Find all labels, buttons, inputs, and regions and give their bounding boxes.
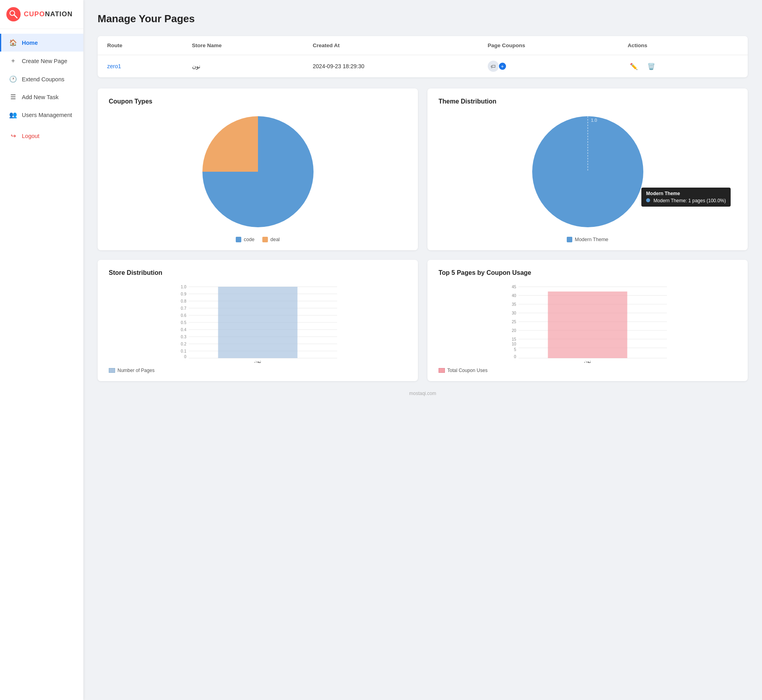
page-coupons-cell: 🏷 +	[478, 55, 618, 78]
sidebar-item-create-new-page-label: Create New Page	[22, 58, 67, 64]
coupon-types-title: Coupon Types	[109, 98, 407, 105]
coupon-types-chart: Coupon Types code	[98, 88, 418, 250]
svg-text:0.9: 0.9	[181, 292, 187, 296]
svg-text:0: 0	[514, 355, 516, 359]
svg-text:0.8: 0.8	[181, 299, 187, 303]
sidebar-item-home-label: Home	[22, 40, 38, 46]
delete-button[interactable]: 🗑️	[645, 61, 658, 72]
svg-line-1	[14, 15, 17, 18]
svg-text:0.5: 0.5	[181, 320, 187, 325]
sidebar-item-extend-coupons[interactable]: 🕐 Extend Coupons	[0, 70, 83, 88]
main-content: Manage Your Pages Route Store Name Creat…	[83, 0, 762, 700]
theme-tooltip-value: Modern Theme: 1 pages (100.0%)	[653, 198, 726, 203]
svg-text:30: 30	[512, 311, 516, 315]
legend-code: code	[236, 237, 254, 242]
home-icon: 🏠	[9, 39, 17, 46]
sidebar-item-users-management[interactable]: 👥 Users Management	[0, 106, 83, 124]
store-legend: Number of Pages	[109, 368, 407, 373]
svg-text:نون: نون	[584, 359, 591, 363]
sidebar-item-logout[interactable]: ↪ Logout	[0, 127, 83, 145]
legend-deal-dot	[262, 237, 268, 242]
sidebar-nav: 🏠 Home ＋ Create New Page 🕐 Extend Coupon…	[0, 29, 83, 700]
store-distribution-chart: Store Distribution 1.0 0.9 0.8 0.7 0.6 0…	[98, 260, 418, 381]
svg-text:0.4: 0.4	[181, 328, 187, 332]
edit-button[interactable]: ✏️	[627, 61, 640, 72]
page-title: Manage Your Pages	[98, 13, 748, 25]
svg-rect-49	[548, 292, 627, 358]
store-legend-label: Number of Pages	[117, 368, 154, 373]
svg-text:35: 35	[512, 302, 516, 307]
svg-text:0.7: 0.7	[181, 306, 187, 311]
coupon-types-pie-svg	[198, 112, 318, 231]
top-pages-legend-dot	[439, 368, 445, 373]
theme-pie-wrap: 1.0 Modern Theme Modern Theme: 1 pages (…	[439, 112, 737, 242]
svg-text:0: 0	[184, 355, 187, 359]
store-legend-dot	[109, 368, 115, 373]
theme-legend: Modern Theme	[567, 237, 608, 242]
charts-row-2: Store Distribution 1.0 0.9 0.8 0.7 0.6 0…	[98, 260, 748, 381]
coupon-add-icon[interactable]: +	[498, 62, 507, 71]
store-distribution-svg: 1.0 0.9 0.8 0.7 0.6 0.5 0.4 0.3 0.2 0.1 …	[109, 284, 407, 363]
logout-icon: ↪	[9, 132, 17, 140]
created-at-cell: 2024-09-23 18:29:30	[303, 55, 478, 78]
svg-text:25: 25	[512, 320, 516, 324]
sidebar-item-create-new-page[interactable]: ＋ Create New Page	[0, 52, 83, 70]
route-link[interactable]: zero1	[107, 63, 121, 69]
svg-text:5: 5	[514, 347, 516, 352]
coupon-types-legend: code deal	[236, 237, 280, 242]
svg-point-2	[12, 12, 13, 14]
pages-table: Route Store Name Created At Page Coupons…	[98, 36, 748, 77]
actions-cell: ✏️ 🗑️	[618, 55, 748, 78]
svg-text:0.1: 0.1	[181, 349, 187, 353]
top-pages-svg: 45 40 35 30 25 20 15 10 5 0	[439, 284, 737, 363]
logo: CUPONATION	[0, 0, 83, 29]
col-actions: Actions	[618, 36, 748, 55]
col-page-coupons: Page Coupons	[478, 36, 618, 55]
top-pages-legend: Total Coupon Uses	[439, 368, 737, 373]
table-row: zero1 نون 2024-09-23 18:29:30 🏷 + ✏️ 🗑️	[98, 55, 748, 78]
watermark: mostaqi.com	[98, 391, 748, 396]
sidebar-item-home[interactable]: 🏠 Home	[0, 34, 83, 52]
theme-distribution-title: Theme Distribution	[439, 98, 737, 105]
legend-code-label: code	[244, 237, 254, 242]
legend-code-dot	[236, 237, 241, 242]
col-route: Route	[98, 36, 183, 55]
table-wrapper: Route Store Name Created At Page Coupons…	[98, 36, 748, 77]
svg-text:45: 45	[512, 285, 516, 289]
list-icon: ☰	[9, 93, 17, 101]
sidebar-item-add-new-task-label: Add New Task	[22, 94, 58, 100]
svg-text:0.3: 0.3	[181, 335, 187, 339]
legend-modern-theme: Modern Theme	[567, 237, 608, 242]
legend-modern-theme-dot	[567, 237, 572, 242]
theme-tooltip-text: Modern Theme: 1 pages (100.0%)	[646, 198, 726, 203]
theme-distribution-chart: Theme Distribution 1.0 Modern Theme Mode…	[427, 88, 748, 250]
svg-text:15: 15	[512, 337, 516, 341]
top-pages-chart: Top 5 Pages by Coupon Usage 45 40 35 30 …	[427, 260, 748, 381]
users-icon: 👥	[9, 111, 17, 119]
coupon-tag-icon: 🏷	[488, 61, 499, 72]
legend-modern-theme-label: Modern Theme	[575, 237, 608, 242]
sidebar-item-add-new-task[interactable]: ☰ Add New Task	[0, 88, 83, 106]
theme-tooltip: Modern Theme Modern Theme: 1 pages (100.…	[641, 188, 731, 207]
svg-text:10: 10	[512, 342, 516, 346]
svg-text:نون: نون	[254, 359, 261, 363]
store-name-cell: نون	[183, 55, 304, 78]
pages-table-card: Route Store Name Created At Page Coupons…	[98, 36, 748, 77]
top-pages-legend-label: Total Coupon Uses	[447, 368, 487, 373]
legend-deal-label: deal	[270, 237, 280, 242]
svg-text:1.0: 1.0	[591, 118, 597, 123]
sidebar-item-logout-label: Logout	[22, 133, 39, 139]
svg-rect-28	[218, 287, 298, 358]
theme-tooltip-title: Modern Theme	[646, 191, 726, 196]
svg-text:40: 40	[512, 293, 516, 298]
sidebar-item-users-management-label: Users Management	[22, 112, 72, 118]
theme-pie-svg: 1.0	[528, 112, 647, 231]
plus-icon: ＋	[9, 57, 17, 65]
store-distribution-title: Store Distribution	[109, 269, 407, 276]
sidebar-item-extend-coupons-label: Extend Coupons	[22, 76, 64, 82]
svg-text:0.2: 0.2	[181, 342, 187, 346]
svg-text:0.6: 0.6	[181, 313, 187, 318]
logo-icon	[6, 7, 21, 21]
logo-text: CUPONATION	[24, 10, 73, 18]
sidebar: CUPONATION 🏠 Home ＋ Create New Page 🕐 Ex…	[0, 0, 83, 700]
